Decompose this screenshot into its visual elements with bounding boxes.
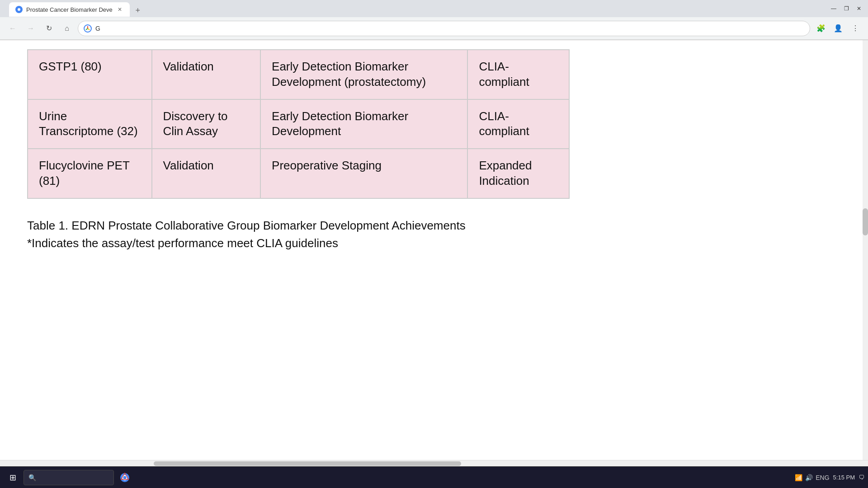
clock-time: 5:15 PM — [833, 474, 855, 481]
taskbar: ⊞ 🔍 📶 🔊 ENG 5:15 PM 🗨 — [0, 466, 868, 488]
address-bar[interactable]: G — [78, 21, 810, 36]
tab-close-button[interactable]: ✕ — [116, 6, 123, 13]
table-cell-biomarker-2: Urine Transcriptome (32) — [28, 99, 152, 149]
menu-button[interactable]: ⋮ — [848, 21, 863, 36]
table-cell-biomarker-1: GSTP1 (80) — [28, 50, 152, 99]
svg-point-5 — [123, 476, 127, 479]
table-cell-category-3: Preoperative Staging — [260, 149, 467, 198]
table-cell-status-2: CLIA-compliant — [467, 99, 569, 149]
vertical-scrollbar[interactable] — [863, 40, 868, 460]
network-icon: 📶 — [795, 474, 802, 481]
caption-line-1: Table 1. EDRN Prostate Collaborative Gro… — [27, 217, 841, 235]
taskbar-right: 📶 🔊 ENG 5:15 PM 🗨 — [795, 474, 864, 481]
caption-line-2: *Indicates the assay/test performance me… — [27, 235, 841, 252]
table-row: GSTP1 (80) Validation Early Detection Bi… — [28, 50, 569, 99]
taskbar-system-icons: 📶 🔊 ENG — [795, 474, 829, 481]
new-tab-button[interactable]: + — [132, 4, 144, 17]
start-button[interactable]: ⊞ — [4, 469, 22, 487]
table-cell-status-3: Expanded Indication — [467, 149, 569, 198]
table-cell-stage-1: Validation — [152, 50, 261, 99]
h-scrollbar-thumb[interactable] — [154, 461, 461, 466]
forward-button[interactable]: → — [24, 21, 38, 36]
chrome-taskbar-button[interactable] — [116, 469, 134, 487]
tab-title: Prostate Cancer Biomarker Deve — [26, 6, 113, 13]
home-button[interactable]: ⌂ — [60, 21, 74, 36]
table-cell-stage-2: Discovery to Clin Assay — [152, 99, 261, 149]
chrome-icon — [119, 472, 130, 483]
back-button[interactable]: ← — [5, 21, 20, 36]
search-icon: 🔍 — [28, 474, 36, 481]
scrollbar-thumb[interactable] — [863, 208, 868, 235]
taskbar-clock: 5:15 PM — [833, 474, 855, 481]
table-caption: Table 1. EDRN Prostate Collaborative Gro… — [27, 217, 841, 252]
table-cell-category-1: Early Detection Biomarker Development (p… — [260, 50, 467, 99]
table-row: Flucyclovine PET (81) Validation Preoper… — [28, 149, 569, 198]
horizontal-scrollbar[interactable] — [0, 460, 868, 466]
table-cell-biomarker-3: Flucyclovine PET (81) — [28, 149, 152, 198]
taskbar-search[interactable]: 🔍 — [24, 470, 114, 485]
page-content: GSTP1 (80) Validation Early Detection Bi… — [0, 40, 868, 460]
browser-tab[interactable]: Prostate Cancer Biomarker Deve ✕ — [9, 2, 130, 17]
data-table: GSTP1 (80) Validation Early Detection Bi… — [27, 49, 570, 199]
refresh-button[interactable]: ↻ — [42, 21, 56, 36]
minimize-button[interactable]: — — [829, 4, 838, 13]
account-button[interactable]: 👤 — [831, 21, 845, 36]
extensions-button[interactable]: 🧩 — [814, 21, 828, 36]
tab-favicon — [15, 6, 23, 13]
table-cell-category-2: Early Detection Biomarker Development — [260, 99, 467, 149]
svg-point-1 — [18, 8, 20, 11]
table-row: Urine Transcriptome (32) Discovery to Cl… — [28, 99, 569, 149]
close-button[interactable]: ✕ — [854, 4, 863, 13]
table-cell-stage-3: Validation — [152, 149, 261, 198]
address-text: G — [95, 25, 804, 32]
google-favicon — [84, 24, 92, 33]
maximize-button[interactable]: ❐ — [842, 4, 851, 13]
table-cell-status-1: CLIA-compliant — [467, 50, 569, 99]
language-indicator: ENG — [816, 474, 829, 481]
volume-icon: 🔊 — [805, 474, 813, 481]
notification-icon[interactable]: 🗨 — [859, 474, 864, 481]
